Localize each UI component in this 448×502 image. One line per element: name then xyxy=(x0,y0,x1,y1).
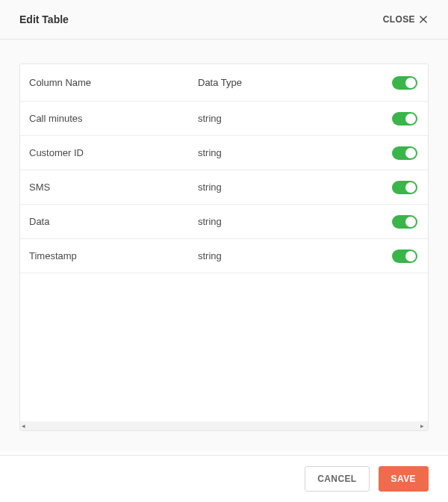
scrollbar-track xyxy=(28,423,420,429)
header-data-type: Data Type xyxy=(198,77,383,88)
header-toggle-switch[interactable] xyxy=(392,76,417,90)
header-column-name: Column Name xyxy=(28,77,198,88)
cancel-button[interactable]: CANCEL xyxy=(305,466,369,492)
row-toggle-switch[interactable] xyxy=(392,250,417,263)
scroll-right-arrow-icon: ▸ xyxy=(420,423,426,429)
close-button-label: CLOSE xyxy=(383,14,415,25)
column-name-cell: SMS xyxy=(28,182,198,193)
table-container: Column Name Data Type Call minutes strin… xyxy=(19,63,429,431)
table-row: Customer ID string xyxy=(20,136,428,170)
table-header-row: Column Name Data Type xyxy=(20,64,428,102)
toggle-knob xyxy=(405,251,416,261)
scroll-left-arrow-icon: ◂ xyxy=(22,423,28,429)
close-button[interactable]: CLOSE xyxy=(383,14,429,25)
table-row: Data string xyxy=(20,205,428,239)
table-row: Timestamp string xyxy=(20,239,428,273)
toggle-knob xyxy=(405,148,416,158)
data-type-cell: string xyxy=(198,182,383,193)
toggle-knob xyxy=(405,182,416,193)
save-button[interactable]: SAVE xyxy=(379,466,429,492)
data-type-cell: string xyxy=(198,216,383,227)
close-icon xyxy=(418,14,429,25)
column-name-cell: Data xyxy=(28,216,198,227)
header-toggle-cell xyxy=(383,76,420,90)
dialog-footer: CANCEL SAVE xyxy=(0,455,448,502)
table-row: Call minutes string xyxy=(20,102,428,136)
column-name-cell: Call minutes xyxy=(28,113,198,124)
dialog-title: Edit Table xyxy=(19,13,69,25)
toggle-knob xyxy=(405,114,416,124)
column-name-cell: Customer ID xyxy=(28,147,198,158)
toggle-knob xyxy=(405,78,416,88)
row-toggle-switch[interactable] xyxy=(392,146,417,160)
column-name-cell: Timestamp xyxy=(28,250,198,261)
data-type-cell: string xyxy=(198,113,383,124)
row-toggle-switch[interactable] xyxy=(392,112,417,126)
row-toggle-switch[interactable] xyxy=(392,181,417,194)
dialog-content: Column Name Data Type Call minutes strin… xyxy=(0,40,448,452)
table-row: SMS string xyxy=(20,170,428,205)
row-toggle-switch[interactable] xyxy=(392,215,417,229)
toggle-knob xyxy=(405,217,416,227)
data-type-cell: string xyxy=(198,147,383,158)
horizontal-scrollbar[interactable]: ◂ ▸ xyxy=(20,421,428,430)
dialog-header: Edit Table CLOSE xyxy=(0,0,448,40)
data-type-cell: string xyxy=(198,250,383,261)
